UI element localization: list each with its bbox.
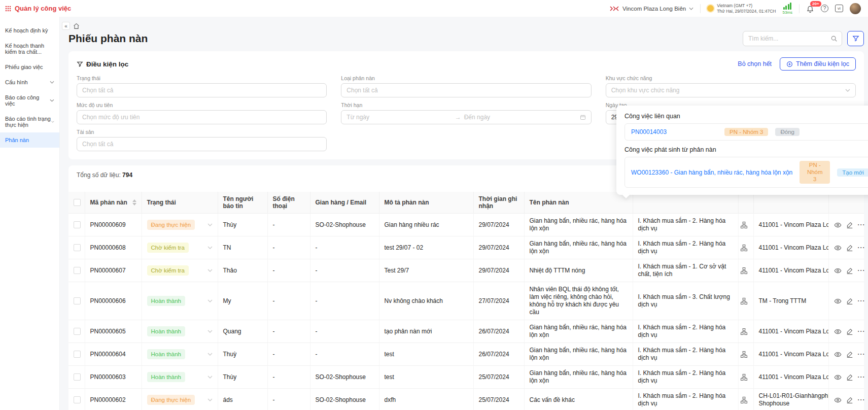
view-icon-button[interactable] [834,267,842,275]
location: 411001 - Vincom Plaza Long [753,236,828,259]
sidebar-item[interactable]: Báo cáo công việc [0,90,59,111]
hierarchy-icon[interactable] [741,222,747,228]
row-checkbox[interactable] [74,373,81,381]
reporter-name: Thùy [218,366,267,389]
more-icon-button[interactable] [858,328,865,335]
status-tag: Tạo mới [837,168,868,177]
related-work-link[interactable]: PN00014003 [631,128,717,135]
row-checkbox[interactable] [74,297,81,304]
status-dropdown[interactable]: Hoàn thành [147,349,213,359]
sort-icon[interactable] [132,199,136,206]
row-checkbox[interactable] [74,351,81,358]
hierarchy-icon[interactable] [741,374,747,381]
row-checkbox[interactable] [74,396,81,403]
sidebar-item[interactable]: Kế hoạch thanh kiểm tra chất... [0,38,59,59]
more-icon-button[interactable] [858,297,865,305]
add-filter-button[interactable]: Thêm điều kiện lọc [780,57,856,71]
sidebar-item[interactable]: Báo cáo tình trạng thực hiện [0,111,59,132]
filter-field-priority: Mức độ ưu tiên Chọn mức độ ưu tiên [77,102,327,124]
help-icon[interactable] [821,5,828,12]
edit-icon-button[interactable] [846,373,853,381]
row-checkbox[interactable] [74,328,81,335]
row-checkbox[interactable] [74,267,81,274]
sidebar-item[interactable]: Phiếu giao việc [0,59,59,75]
sidebar-collapse-button[interactable] [62,22,70,30]
complaint-id: PN00000608 [85,236,142,259]
complaint-description: test [379,343,473,366]
funnel-icon [77,61,83,67]
functional-area-select[interactable]: Chọn khu vực chức năng [606,83,856,97]
status-dropdown[interactable]: Đang thực hiện [147,220,213,230]
view-icon-button[interactable] [834,244,842,252]
hierarchy-icon[interactable] [741,397,747,403]
edit-icon-button[interactable] [846,221,853,228]
status-select[interactable]: Chọn tất cả [77,83,327,97]
more-icon-button[interactable] [858,244,865,252]
view-icon-button[interactable] [834,373,842,381]
hierarchy-icon[interactable] [741,328,747,335]
pencil-icon [846,396,853,403]
hierarchy-icon[interactable] [741,298,747,304]
notifications-button[interactable]: 20+ [806,5,814,13]
mall-name: Vincom Plaza Long Biên [622,6,686,12]
view-icon-button[interactable] [834,328,842,335]
edit-icon-button[interactable] [846,328,853,335]
asset-select[interactable]: Chọn tất cả [77,137,327,151]
row-actions [834,297,859,305]
more-icon-button[interactable] [858,221,865,229]
priority-select[interactable]: Chọn mức độ ưu tiên [77,110,327,124]
filter-field-functional-area: Khu vực chức năng Chọn khu vực chức năng [606,75,856,97]
shop-email: SO-02-Shophouse [310,214,379,236]
status-dropdown[interactable]: Hoàn thành [147,326,213,336]
search-input[interactable] [747,35,830,43]
sidebar-item[interactable]: Phản nàn [0,132,59,148]
complaint-name: Gian hàng bẩn, nhiều rác, hàng hóa lộn x… [524,214,633,236]
avatar[interactable] [850,3,861,14]
edit-icon-button[interactable] [846,297,853,304]
select-all-checkbox[interactable] [74,199,81,206]
hierarchy-icon[interactable] [741,267,747,274]
more-icon-button[interactable] [858,396,865,404]
pencil-icon [846,267,853,274]
status-dropdown[interactable]: Hoàn thành [147,372,213,382]
complaint-type-select[interactable]: Chọn tất cả [341,83,591,97]
status-dropdown[interactable]: Hoàn thành [147,296,213,306]
edit-icon-button[interactable] [846,351,853,358]
edit-icon-button[interactable] [846,244,853,251]
sidebar-item[interactable]: Kế hoạch định kỳ [0,23,59,38]
filter-field-asset: Tài sản Chọn tất cả [77,129,327,151]
status-dropdown[interactable]: Đang thực hiện [147,395,213,405]
home-icon[interactable] [73,23,80,29]
edit-icon-button[interactable] [846,396,853,403]
deadline-range-picker[interactable]: Từ ngày Đến ngày [341,110,591,124]
status-dropdown[interactable]: Chờ kiểm tra [147,265,213,276]
row-checkbox[interactable] [74,244,81,251]
view-icon-button[interactable] [834,221,842,229]
clear-all-link[interactable]: Bỏ chọn hết [738,60,772,67]
status-badge: Đang thực hiện [147,395,195,405]
more-icon-button[interactable] [858,267,865,275]
row-checkbox[interactable] [74,221,81,228]
mall-switcher[interactable]: Vincom Plaza Long Biên [609,5,693,12]
view-icon-button[interactable] [834,396,842,404]
search-icon[interactable] [830,35,838,42]
app-brand[interactable]: Quản lý công việc [5,5,71,12]
hierarchy-icon[interactable] [741,245,747,251]
table-row: PN00000608 Chờ kiểm tra TN - - test 29/0… [68,236,864,259]
location: 411001 - Vincom Plaza Long [753,259,828,282]
hierarchy-icon[interactable] [741,351,747,358]
table-row: PN00000606 Hoàn thành My - - Nv không ch… [68,282,864,320]
page-title: Phiếu phàn nàn [68,32,148,45]
more-icon-button[interactable] [858,351,865,358]
complaint-id: PN00000609 [85,214,142,236]
status-dropdown[interactable]: Chờ kiểm tra [147,243,213,253]
more-icon-button[interactable] [858,373,865,381]
spawned-work-link[interactable]: WO00123360 - Gian hàng bẩn, nhiều rác, h… [631,169,792,176]
filter-toggle-button[interactable] [847,31,864,46]
sidebar-item[interactable]: Cấu hình [0,75,59,90]
row-actions [834,373,859,381]
view-icon-button[interactable] [834,351,842,358]
view-icon-button[interactable] [834,297,842,305]
edit-icon-button[interactable] [846,267,853,274]
language-icon[interactable]: vi [835,5,843,12]
